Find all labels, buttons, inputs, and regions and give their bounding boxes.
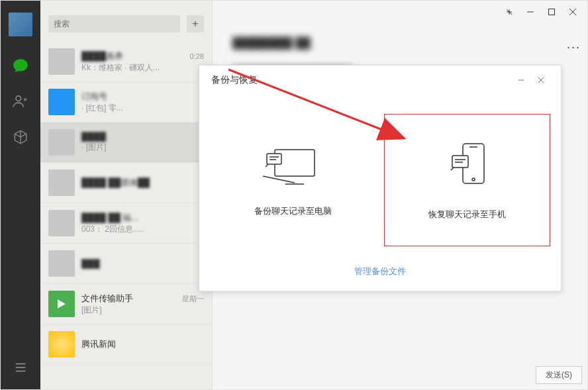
modal-title: 备份与恢复 (211, 74, 258, 86)
chat-item[interactable]: ████ ██团体██ (40, 163, 212, 203)
manage-backup-link[interactable]: 管理备份文件 (199, 266, 561, 291)
phone-icon (444, 140, 491, 193)
restore-to-phone-option[interactable]: 恢复聊天记录至手机 (384, 114, 550, 246)
svg-rect-20 (452, 156, 468, 168)
chat-icon[interactable] (11, 56, 30, 75)
chat-avatar (48, 250, 75, 277)
chat-avatar (48, 129, 75, 156)
backup-restore-modal: 备份与恢复 备份聊天记录至电脑 (199, 65, 562, 291)
conversation-header: ████████ ██ (213, 23, 587, 63)
chat-item[interactable]: 订阅号 · [红包] 零... (40, 82, 212, 122)
chat-avatar (48, 331, 75, 358)
modal-minimize-icon[interactable] (513, 73, 529, 87)
chat-item[interactable]: ████ ██ 福... 003： 2回信息..... (40, 203, 212, 244)
chat-item[interactable]: ████惠券0:28 Kk：维格家 · 礴双人... (40, 42, 212, 82)
modal-body: 备份聊天记录至电脑 恢复聊天记录至手机 (199, 95, 561, 266)
nav-rail (1, 1, 40, 389)
svg-point-0 (16, 96, 21, 101)
new-chat-button[interactable]: + (187, 15, 204, 32)
chat-item[interactable]: 腾讯新闻 (40, 324, 212, 365)
user-avatar[interactable] (9, 13, 32, 36)
minimize-icon[interactable] (521, 3, 540, 21)
svg-rect-14 (267, 154, 281, 164)
chat-name: 文件传输助手 (81, 293, 133, 305)
chat-list-panel: + ████惠券0:28 Kk：维格家 · 礴双人... 订阅号 · [红包] … (40, 1, 213, 389)
chat-avatar (48, 89, 75, 115)
svg-rect-5 (549, 9, 555, 15)
modal-close-icon[interactable] (533, 73, 549, 87)
maximize-icon[interactable] (542, 3, 561, 21)
chat-avatar (48, 170, 75, 196)
svg-line-12 (263, 176, 295, 183)
svg-point-18 (472, 178, 475, 181)
more-icon[interactable]: ··· (567, 40, 581, 54)
restore-label: 恢复聊天记录至手机 (428, 209, 506, 220)
search-input[interactable] (48, 15, 180, 32)
chat-name: 腾讯新闻 (81, 338, 116, 350)
search-row: + (40, 1, 212, 42)
contacts-icon[interactable] (11, 92, 30, 111)
pin-icon[interactable] (500, 3, 518, 21)
modal-header: 备份与恢复 (199, 66, 561, 95)
chat-avatar (48, 210, 75, 236)
file-transfer-icon (48, 291, 75, 317)
backup-to-pc-option[interactable]: 备份聊天记录至电脑 (203, 114, 383, 246)
send-button[interactable]: 发送(S) (536, 366, 582, 384)
chat-avatar (48, 48, 75, 75)
chat-scroll[interactable]: ████惠券0:28 Kk：维格家 · 礴双人... 订阅号 · [红包] 零.… (40, 42, 212, 389)
menu-icon[interactable] (13, 360, 28, 377)
favorites-icon[interactable] (11, 128, 30, 146)
backup-label: 备份聊天记录至电脑 (254, 205, 332, 217)
chat-item[interactable]: ███ (40, 244, 212, 284)
monitor-icon (263, 143, 322, 189)
close-icon[interactable] (564, 3, 582, 21)
send-row: 发送(S) (536, 366, 582, 384)
chat-item[interactable]: ████ · [图片] (40, 122, 212, 163)
title-bar (213, 1, 587, 23)
chat-item[interactable]: 文件传输助手星期一 [图片] (40, 284, 212, 324)
conversation-title: ████████ ██ (232, 37, 311, 49)
